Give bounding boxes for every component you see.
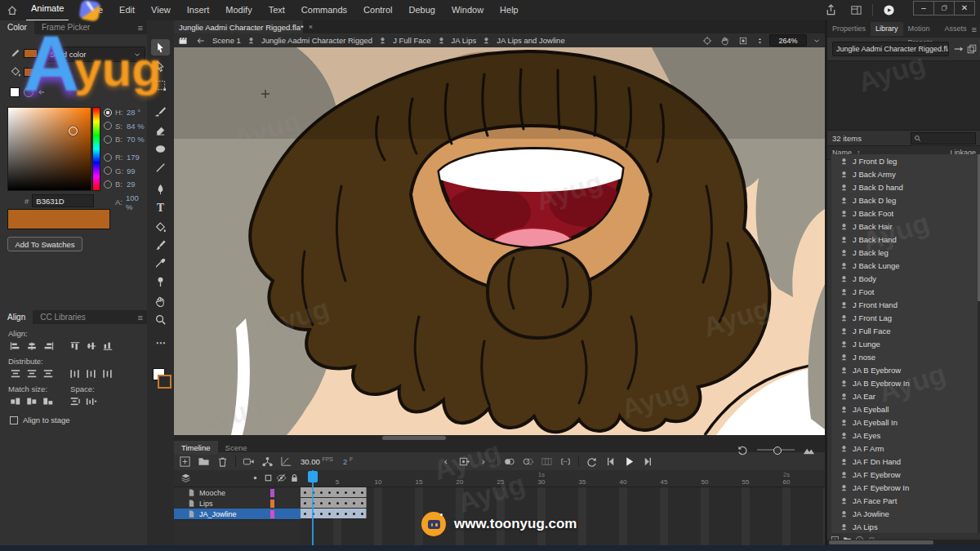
classic-brush-tool[interactable] bbox=[151, 237, 170, 253]
new-library-panel-icon[interactable] bbox=[966, 43, 978, 55]
library-item[interactable]: J Lunge bbox=[831, 337, 978, 350]
rotate-tool-icon[interactable] bbox=[720, 36, 730, 46]
library-item[interactable]: J Foot bbox=[831, 285, 978, 298]
step-back-icon[interactable] bbox=[604, 455, 617, 468]
space-horizontal-button[interactable] bbox=[84, 395, 98, 407]
tab-motion-presets[interactable]: Motion Presets bbox=[903, 22, 940, 36]
timeline-zoom-knob[interactable] bbox=[773, 447, 782, 455]
library-item[interactable]: JA B Eyebrow In bbox=[831, 376, 978, 389]
distribute-h-center-button[interactable] bbox=[84, 367, 98, 380]
home-icon[interactable] bbox=[7, 5, 18, 16]
layer-parenting-icon[interactable] bbox=[261, 455, 274, 468]
new-layer-icon[interactable] bbox=[179, 455, 191, 468]
distribute-top-button[interactable] bbox=[8, 367, 22, 380]
saturation-brightness-picker[interactable] bbox=[7, 107, 91, 191]
layer-mooche[interactable]: Mooche bbox=[174, 487, 301, 499]
clip-content-icon[interactable] bbox=[738, 36, 748, 46]
menu-control[interactable]: Control bbox=[355, 0, 400, 20]
distribute-bottom-button[interactable] bbox=[41, 367, 55, 380]
library-item[interactable]: J Front D leg bbox=[831, 154, 978, 167]
document-tab[interactable]: Junglie Aadmi Character Rigged.fla* × bbox=[174, 20, 303, 33]
library-item[interactable]: J Front Lag bbox=[831, 311, 978, 324]
library-search-box[interactable] bbox=[911, 132, 976, 144]
radio-button[interactable] bbox=[104, 136, 112, 144]
distribute-right-button[interactable] bbox=[100, 367, 114, 380]
match-width-button[interactable] bbox=[8, 395, 22, 407]
keyframe-cell[interactable] bbox=[358, 509, 367, 518]
library-hscroll-thumb[interactable] bbox=[829, 540, 933, 544]
library-item[interactable]: JA Ear bbox=[831, 389, 978, 402]
paint-bucket-tool[interactable] bbox=[151, 219, 170, 235]
close-tab-icon[interactable]: × bbox=[309, 23, 313, 31]
library-horizontal-scrollbar[interactable] bbox=[827, 540, 980, 545]
space-vertical-button[interactable] bbox=[68, 395, 82, 407]
menu-edit[interactable]: Edit bbox=[111, 0, 143, 20]
breadcrumb-item[interactable]: JA Lips bbox=[449, 36, 479, 45]
layer-ja_jowline[interactable]: JA_Jowline bbox=[174, 509, 301, 520]
breadcrumb-scene[interactable]: Scene 1 bbox=[210, 36, 243, 45]
align-h-center-button[interactable] bbox=[24, 340, 38, 352]
library-item[interactable]: J Body bbox=[831, 272, 978, 285]
tab-cc-libraries[interactable]: CC Libraries bbox=[33, 310, 93, 324]
library-item[interactable]: JA F Eyebrow In bbox=[831, 481, 978, 494]
new-folder-icon[interactable] bbox=[198, 455, 210, 468]
edit-multiple-frames-icon[interactable] bbox=[541, 455, 553, 468]
fill-color-control[interactable] bbox=[10, 66, 38, 78]
color-value[interactable]: 179 bbox=[127, 153, 140, 162]
align-to-stage-checkbox[interactable] bbox=[10, 416, 18, 424]
distribute-v-center-button[interactable] bbox=[24, 367, 38, 380]
step-forward-icon[interactable] bbox=[642, 455, 654, 468]
default-colors-icon[interactable] bbox=[10, 87, 20, 97]
panel-menu-icon[interactable]: ≡ bbox=[972, 24, 977, 34]
library-document-dropdown[interactable]: Junglie Aadmi Character Rigged.fla bbox=[832, 42, 949, 56]
next-keyframe-icon[interactable]: › bbox=[477, 455, 489, 468]
keyframe-cell[interactable] bbox=[358, 487, 367, 497]
layer-lips[interactable]: Lips bbox=[174, 498, 301, 509]
library-item[interactable]: JA Jowline bbox=[831, 507, 978, 520]
zoom-level-input[interactable]: 264% bbox=[769, 34, 807, 47]
share-icon[interactable] bbox=[825, 4, 837, 16]
pin-library-icon[interactable] bbox=[953, 43, 964, 55]
zoom-tool[interactable] bbox=[151, 311, 170, 327]
delete-layer-icon[interactable] bbox=[216, 455, 229, 468]
tab-animate[interactable]: Animate bbox=[26, 0, 69, 21]
play-button-icon[interactable] bbox=[623, 455, 635, 468]
current-color-swatch[interactable] bbox=[7, 209, 110, 229]
library-item[interactable]: JA F Eyebrow bbox=[831, 468, 978, 481]
play-circle-icon[interactable] bbox=[883, 4, 895, 16]
menu-help[interactable]: Help bbox=[492, 0, 527, 20]
align-v-center-button[interactable] bbox=[84, 340, 98, 352]
minimize-button[interactable]: – bbox=[914, 2, 933, 15]
fps-value[interactable]: 30.00 FPS bbox=[301, 456, 333, 466]
loop-playback-icon[interactable] bbox=[586, 455, 598, 468]
radio-button[interactable] bbox=[104, 122, 112, 130]
tool-fill-swatch[interactable] bbox=[158, 375, 172, 389]
default-swap-none-controls[interactable] bbox=[10, 87, 46, 97]
playhead-handle[interactable] bbox=[308, 471, 318, 482]
library-item[interactable]: JA F Arm bbox=[831, 442, 978, 455]
menu-modify[interactable]: Modify bbox=[217, 0, 260, 20]
color-value[interactable]: 70 % bbox=[127, 135, 145, 144]
onion-skin-icon[interactable] bbox=[503, 455, 515, 468]
distribute-left-button[interactable] bbox=[68, 367, 82, 380]
color-picker-marker[interactable] bbox=[69, 127, 78, 136]
graph-editor-icon[interactable] bbox=[280, 455, 292, 468]
close-button[interactable]: ✕ bbox=[954, 2, 974, 15]
align-top-button[interactable] bbox=[68, 340, 82, 352]
tab-scene[interactable]: Scene bbox=[218, 441, 255, 455]
center-stage-icon[interactable] bbox=[702, 36, 712, 46]
loop-frames-icon[interactable] bbox=[559, 455, 572, 468]
subselection-tool[interactable] bbox=[151, 58, 170, 74]
tab-library[interactable]: Library bbox=[871, 22, 903, 36]
eraser-tool[interactable] bbox=[151, 122, 170, 138]
tab-frame-picker[interactable]: Frame Picker bbox=[34, 20, 97, 34]
tool-color-swatches[interactable] bbox=[153, 368, 169, 386]
highlight-dot-icon[interactable] bbox=[250, 473, 261, 483]
match-both-button[interactable] bbox=[41, 395, 55, 407]
menu-text[interactable]: Text bbox=[261, 0, 293, 20]
library-item[interactable]: JA Face Part bbox=[831, 494, 978, 507]
library-item[interactable]: J nose bbox=[831, 350, 978, 363]
align-left-button[interactable] bbox=[8, 340, 22, 352]
lock-icon[interactable] bbox=[289, 473, 300, 483]
layer-color-chip[interactable] bbox=[270, 500, 274, 508]
